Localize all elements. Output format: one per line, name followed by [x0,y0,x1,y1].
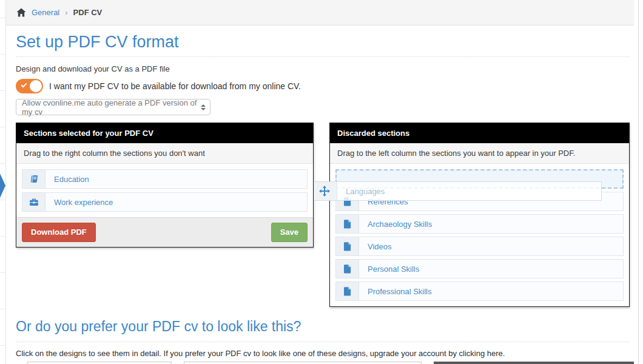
section-item-videos[interactable]: Videos [335,237,624,256]
breadcrumb-link-general[interactable]: General [32,8,59,17]
file-icon [336,282,359,300]
home-icon[interactable] [16,8,26,17]
discarded-sections-panel: Discarded sections Drag to the left colu… [329,123,630,307]
select-value: Allow cvonline.me auto generate a PDF ve… [22,98,201,116]
design-thumbnails-row [16,362,630,364]
section-item-personal-skills[interactable]: Personal Skills [335,259,624,278]
section-item-education[interactable]: Education [22,169,308,189]
page-scrollbar-track[interactable] [634,0,643,364]
pdf-generation-select[interactable]: Allow cvonline.me auto generate a PDF ve… [16,99,210,115]
design-thumbnail-3[interactable] [434,362,634,364]
selected-panel-header: Sections selected for your PDF CV [16,123,313,143]
breadcrumb-separator: › [65,8,67,17]
designs-heading: Or do you prefer your PDF cv to look lik… [16,318,630,335]
section-panels: Sections selected for your PDF CV Drag t… [16,123,630,307]
selected-sections-panel: Sections selected for your PDF CV Drag t… [16,123,314,248]
divider [16,56,630,57]
select-arrows-icon [201,104,206,110]
main-area: General › PDF CV Set up PDF CV format De… [6,0,634,364]
design-thumbnail-1[interactable] [27,362,172,364]
dragged-section-item-languages[interactable]: Languages [314,181,602,201]
check-icon [21,82,27,88]
selected-panel-hint: Drag to the right column the sections yo… [16,143,313,164]
sidebar-collapse-arrow[interactable] [0,174,5,198]
section-item-label: Work experience [45,193,113,211]
discarded-panel-header: Discarded sections [330,123,629,143]
section-item-label: Education [45,170,89,188]
section-item-label: Archaeology Skills [359,215,432,233]
selected-panel-body: Education Work experience [16,164,313,217]
move-cursor-icon [318,185,331,197]
section-item-work-experience[interactable]: Work experience [22,192,308,212]
save-button[interactable]: Save [271,223,308,242]
book-icon [22,170,45,188]
download-pdf-button[interactable]: Download PDF [22,223,96,242]
designs-description: Click on the designs to see them in deta… [16,349,630,358]
section-item-label: Professional Skills [359,282,432,300]
toggle-knob [30,80,42,92]
pdf-download-toggle[interactable] [16,79,43,93]
file-icon [336,260,359,278]
page-title: Set up PDF CV format [16,33,630,52]
file-icon [336,215,359,233]
file-icon [336,237,359,255]
design-thumbnail-2[interactable] [184,362,422,364]
section-item-archaeology-skills[interactable]: Archaeology Skills [335,214,624,234]
section-item-professional-skills[interactable]: Professional Skills [335,281,624,301]
section-item-label: Videos [359,237,392,255]
dragged-item-label: Languages [337,182,385,200]
toggle-label: I want my PDF CV to be available for dow… [49,81,301,91]
section-item-label: Personal Skills [359,260,419,278]
briefcase-icon [22,193,45,211]
intro-text: Design and download your CV as a PDF fil… [16,64,630,73]
discarded-panel-hint: Drag to the left column the sections you… [330,143,629,164]
divider [16,342,630,342]
breadcrumb: General › PDF CV [6,0,634,25]
breadcrumb-current: PDF CV [73,8,103,17]
scrollbar-track-line [638,0,639,364]
selected-panel-footer: Download PDF Save [16,217,313,247]
